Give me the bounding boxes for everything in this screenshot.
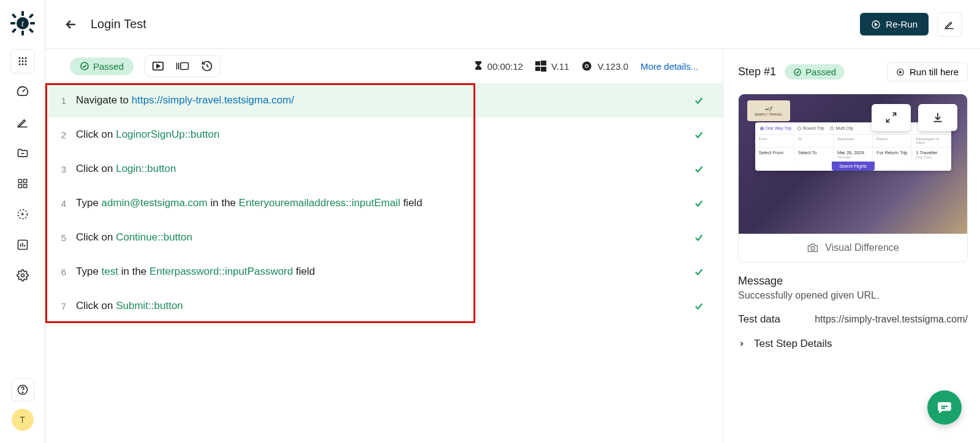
check-icon [693, 232, 704, 243]
sidebar: t T [0, 0, 45, 443]
svg-rect-54 [941, 406, 948, 407]
chrome-icon [581, 61, 592, 72]
apps-icon[interactable] [10, 49, 35, 73]
svg-rect-7 [11, 28, 16, 33]
check-icon [693, 198, 704, 209]
step-row[interactable]: 1Navigate to https://simply-travel.tests… [45, 83, 723, 117]
back-arrow-icon[interactable] [64, 17, 78, 32]
edit-button[interactable] [937, 12, 962, 37]
step-number: 5 [56, 233, 71, 243]
svg-rect-8 [28, 28, 33, 33]
screenshot-brand-logo: SIMPLY TRAVEL [747, 100, 790, 121]
chat-widget[interactable] [927, 390, 962, 425]
step-row[interactable]: 2Click on LoginorSignUp::button [45, 117, 723, 152]
svg-point-53 [811, 247, 815, 250]
svg-rect-20 [23, 179, 26, 182]
svg-point-14 [21, 61, 23, 62]
page-title: Login Test [91, 17, 146, 31]
main-panel: Login Test Re-Run Passed [45, 0, 980, 443]
svg-rect-6 [28, 13, 33, 18]
rerun-button[interactable]: Re-Run [860, 13, 929, 35]
svg-rect-4 [30, 22, 35, 24]
svg-marker-36 [157, 64, 160, 68]
svg-marker-33 [875, 23, 877, 26]
pencil-icon[interactable] [10, 110, 35, 135]
speedometer-icon[interactable] [10, 80, 35, 104]
step-row[interactable]: 3Click on Login::button [45, 152, 723, 186]
chevron-right-icon [738, 340, 745, 348]
step-text: Type test in the Enterpassword::inputPas… [76, 266, 693, 278]
svg-point-46 [586, 65, 589, 67]
step-number: 2 [56, 130, 71, 140]
bar-chart-icon[interactable] [10, 233, 35, 257]
toolbar-actions [145, 55, 221, 77]
toolbar: Passed 00:00:12 [45, 49, 723, 83]
step-number: 7 [56, 301, 71, 311]
svg-rect-42 [535, 67, 540, 71]
check-icon [693, 300, 704, 311]
screenshot-image: SIMPLY TRAVEL One Way Trip Round Trip Mu… [739, 94, 967, 234]
step-number: 6 [56, 267, 71, 277]
check-icon [693, 95, 704, 106]
help-icon[interactable] [11, 378, 34, 401]
play-icon[interactable] [151, 59, 165, 73]
svg-rect-2 [21, 31, 24, 35]
visual-difference-button[interactable]: Visual Difference [739, 234, 967, 262]
svg-rect-55 [941, 408, 946, 409]
avatar-letter: T [20, 415, 25, 425]
svg-point-11 [21, 58, 23, 59]
compare-icon[interactable] [176, 59, 189, 73]
gear-icon[interactable] [10, 263, 35, 288]
folder-icon[interactable] [10, 141, 35, 165]
download-icon[interactable] [918, 104, 957, 131]
more-details-link[interactable]: More details... [641, 61, 698, 72]
svg-point-12 [24, 58, 26, 59]
svg-point-15 [24, 61, 26, 62]
duration: 00:00:12 [474, 61, 523, 72]
os-version: V.11 [535, 61, 569, 72]
svg-rect-43 [541, 67, 546, 72]
step-row[interactable]: 6Type test in the Enterpassword::inputPa… [45, 255, 723, 289]
svg-point-18 [24, 64, 26, 65]
step-text: Click on Submit::button [76, 300, 693, 312]
step-number: 1 [56, 95, 71, 106]
svg-point-17 [21, 64, 23, 65]
message-section: Message Successfully opened given URL. [738, 275, 968, 301]
step-text: Click on Continue::button [76, 231, 693, 244]
history-icon[interactable] [200, 59, 214, 73]
browser-version: V.123.0 [581, 61, 628, 72]
camera-icon [807, 242, 819, 253]
check-icon [693, 266, 704, 277]
grid-icon[interactable] [10, 171, 35, 196]
svg-rect-40 [535, 61, 540, 65]
detail-panel: Step #1 Passed Run till here SIMPLY TRAV… [723, 49, 980, 443]
step-row[interactable]: 5Click on Continue::button [45, 220, 723, 255]
expand-icon[interactable] [872, 104, 911, 131]
detail-status-badge: Passed [785, 64, 845, 80]
avatar[interactable]: T [12, 409, 34, 431]
svg-rect-22 [23, 185, 26, 188]
step-number: 3 [56, 164, 71, 174]
step-row[interactable]: 4Type admin@testsigma.com in the Enteryo… [45, 186, 723, 220]
screenshot-card: SIMPLY TRAVEL One Way Trip Round Trip Mu… [738, 94, 968, 262]
svg-rect-39 [181, 63, 189, 70]
test-step-details-toggle[interactable]: Test Step Details [738, 338, 968, 350]
play-loading-icon[interactable] [10, 202, 35, 226]
windows-icon [535, 61, 546, 72]
svg-point-10 [18, 58, 20, 59]
step-number: 4 [56, 198, 71, 209]
svg-point-31 [22, 392, 23, 393]
run-till-here-button[interactable]: Run till here [887, 62, 968, 81]
detail-step-label: Step #1 [738, 65, 776, 78]
svg-marker-24 [21, 213, 24, 216]
svg-rect-3 [10, 22, 15, 24]
step-text: Navigate to https://simply-travel.testsi… [76, 94, 693, 106]
steps-list: 1Navigate to https://simply-travel.tests… [45, 83, 723, 323]
step-row[interactable]: 7Click on Submit::button [45, 289, 723, 323]
svg-rect-41 [541, 61, 546, 65]
step-text: Click on Login::button [76, 163, 693, 175]
check-icon [693, 129, 704, 140]
step-text: Type admin@testsigma.com in the Enteryou… [76, 197, 693, 209]
svg-marker-49 [900, 71, 902, 73]
step-text: Click on LoginorSignUp::button [76, 128, 693, 141]
